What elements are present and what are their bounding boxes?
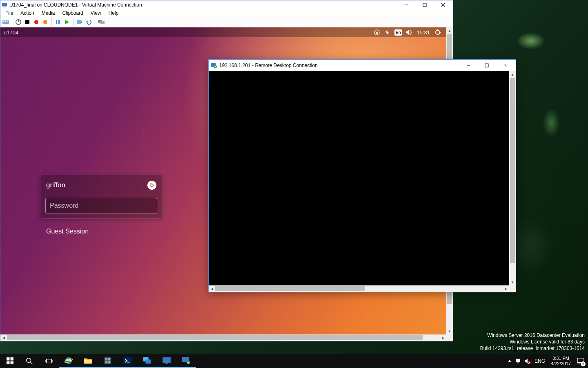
- keyboard-layout-indicator[interactable]: En: [394, 29, 402, 36]
- taskbar-app-ie[interactable]: [59, 354, 78, 368]
- svg-point-45: [27, 358, 31, 362]
- svg-rect-3: [423, 3, 426, 7]
- close-button[interactable]: [496, 61, 514, 70]
- toolbar-separator: [12, 18, 12, 26]
- svg-rect-56: [105, 361, 107, 363]
- scroll-up-icon[interactable]: ▲: [509, 71, 516, 78]
- svg-rect-41: [7, 357, 9, 360]
- pause-icon[interactable]: [54, 18, 62, 26]
- vmconnect-titlebar[interactable]: U1704_final on CLOUDNODE1 - Virtual Mach…: [0, 0, 453, 9]
- svg-rect-55: [108, 358, 110, 360]
- svg-point-64: [187, 361, 190, 364]
- svg-marker-19: [81, 21, 82, 23]
- svg-rect-67: [517, 362, 519, 363]
- checkpoint-icon[interactable]: [76, 18, 83, 26]
- scroll-down-icon[interactable]: ▼: [446, 328, 453, 334]
- svg-rect-8: [5, 21, 6, 22]
- close-button[interactable]: [434, 0, 452, 9]
- system-menu-icon[interactable]: [434, 29, 441, 36]
- taskbar-app-server-manager[interactable]: [98, 354, 118, 368]
- vmconnect-menubar: File Action Media Clipboard View Help: [0, 9, 453, 17]
- scroll-down-icon[interactable]: ▼: [509, 279, 516, 285]
- menu-clipboard[interactable]: Clipboard: [59, 10, 86, 16]
- ubuntu-logo-icon: [147, 181, 156, 190]
- ubuntu-clock[interactable]: 15:31: [416, 29, 430, 36]
- vmconnect-horizontal-scrollbar[interactable]: ◀ ▶: [0, 334, 446, 341]
- toolbar-separator: [73, 18, 74, 26]
- svg-rect-54: [105, 358, 107, 360]
- password-input[interactable]: [45, 198, 157, 213]
- reset-icon[interactable]: [63, 18, 71, 26]
- svg-point-33: [150, 183, 151, 184]
- volume-tray-icon[interactable]: [523, 354, 532, 368]
- scroll-left-icon[interactable]: ◀: [209, 285, 215, 292]
- toolbar-separator: [51, 18, 52, 26]
- taskbar-app-powershell[interactable]: [118, 354, 137, 368]
- taskbar-app-hyperv-manager[interactable]: [137, 354, 157, 368]
- svg-rect-42: [10, 357, 13, 360]
- tray-time: 3:31 PM: [551, 356, 571, 361]
- rdp-title: 192.168.1.201 - Remote Desktop Connectio…: [219, 63, 318, 68]
- rdp-horizontal-scrollbar[interactable]: ◀ ▶: [209, 285, 509, 292]
- network-tray-icon[interactable]: [514, 354, 523, 368]
- svg-rect-38: [485, 64, 488, 67]
- svg-rect-62: [165, 363, 167, 364]
- scroll-right-icon[interactable]: ▶: [440, 334, 446, 341]
- svg-rect-15: [56, 20, 57, 24]
- accessibility-icon[interactable]: [373, 29, 381, 36]
- scroll-right-icon[interactable]: ▶: [503, 285, 509, 292]
- task-view-button[interactable]: [39, 354, 59, 368]
- svg-rect-44: [10, 361, 13, 364]
- svg-marker-17: [65, 20, 69, 24]
- volume-icon[interactable]: [405, 29, 412, 36]
- taskbar-app-vmconnect[interactable]: [157, 354, 176, 368]
- svg-marker-68: [525, 359, 528, 364]
- tray-clock[interactable]: 3:31 PM 4/22/2017: [548, 356, 574, 366]
- tray-language[interactable]: ENG: [532, 358, 548, 364]
- svg-rect-26: [437, 29, 438, 31]
- network-icon[interactable]: [384, 29, 391, 36]
- menu-action[interactable]: Action: [17, 10, 37, 16]
- svg-line-46: [31, 362, 33, 364]
- rdp-vertical-scrollbar[interactable]: ▲ ▼: [509, 71, 516, 285]
- maximize-button[interactable]: [477, 61, 496, 70]
- menu-media[interactable]: Media: [38, 10, 58, 16]
- svg-marker-65: [508, 360, 511, 362]
- svg-point-24: [376, 31, 377, 31]
- svg-rect-28: [435, 32, 436, 33]
- svg-rect-66: [516, 359, 520, 362]
- taskbar-app-explorer[interactable]: [78, 354, 98, 368]
- minimize-button[interactable]: [459, 61, 477, 70]
- menu-file[interactable]: File: [2, 10, 16, 16]
- svg-rect-11: [18, 19, 19, 22]
- action-center-button[interactable]: 1: [574, 354, 587, 368]
- shutdown-icon[interactable]: [33, 18, 40, 26]
- svg-point-13: [34, 20, 38, 24]
- taskbar-app-rdp[interactable]: [176, 354, 196, 368]
- menu-view[interactable]: View: [87, 10, 105, 16]
- search-button[interactable]: [20, 354, 39, 368]
- scroll-up-icon[interactable]: ▲: [446, 27, 453, 34]
- enhanced-session-icon[interactable]: [98, 18, 105, 26]
- rdp-titlebar[interactable]: 192.168.1.201 - Remote Desktop Connectio…: [209, 60, 516, 71]
- login-username[interactable]: griffon: [46, 181, 65, 189]
- svg-rect-16: [58, 20, 60, 24]
- save-icon[interactable]: [42, 18, 49, 26]
- svg-point-34: [150, 186, 151, 188]
- vmconnect-title: U1704_final on CLOUDNODE1 - Virtual Mach…: [9, 2, 142, 8]
- svg-rect-1: [3, 7, 5, 7]
- start-icon[interactable]: [15, 18, 22, 26]
- minimize-button[interactable]: [397, 0, 415, 9]
- guest-session-link[interactable]: Guest Session: [46, 228, 89, 235]
- scroll-left-icon[interactable]: ◀: [0, 334, 7, 341]
- maximize-button[interactable]: [415, 0, 434, 9]
- ctrl-alt-del-icon[interactable]: [2, 18, 9, 26]
- rdp-viewport[interactable]: ▲ ▼ ◀ ▶: [209, 71, 516, 292]
- svg-rect-61: [163, 357, 171, 363]
- menu-help[interactable]: Help: [105, 10, 122, 16]
- start-button[interactable]: [0, 354, 20, 368]
- revert-icon[interactable]: [85, 18, 92, 26]
- scrollbar-corner: [509, 285, 516, 292]
- tray-overflow-icon[interactable]: [505, 354, 514, 368]
- turnoff-icon[interactable]: [24, 18, 31, 26]
